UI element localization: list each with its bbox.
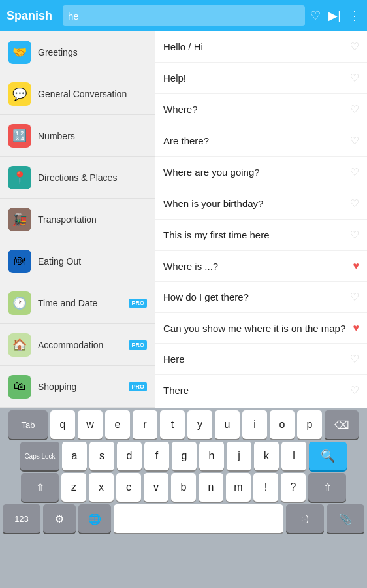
key-g[interactable]: g xyxy=(172,442,197,470)
settings-key[interactable]: ⚙ xyxy=(43,504,76,533)
phrase-text: Can you show me where it is on the map? xyxy=(163,323,348,334)
phrase-item[interactable]: Where are you going?♡ xyxy=(155,157,367,188)
key-t[interactable]: t xyxy=(160,410,185,439)
heart-icon[interactable]: ♡ xyxy=(350,353,359,365)
favorite-icon[interactable]: ♡ xyxy=(310,8,321,23)
heart-icon[interactable]: ♥ xyxy=(353,322,360,334)
phrase-text: Where is ...? xyxy=(163,261,348,272)
pro-badge: PRO xyxy=(129,382,147,391)
phrase-list: Hello / Hi♡Help!♡Where?♡Are there?♡Where… xyxy=(155,31,367,408)
key-q[interactable]: q xyxy=(50,410,75,439)
keyboard: Tab q w e r t y u i o p ⌫ Caps Lock a s … xyxy=(0,408,367,588)
sidebar-item-general-conversation[interactable]: 💬General Conversation xyxy=(0,73,155,115)
search-bar[interactable]: he xyxy=(63,5,305,26)
phrase-text: When is your birthday? xyxy=(163,198,345,209)
phrase-text: Are there? xyxy=(163,135,345,146)
key-o[interactable]: o xyxy=(270,410,295,439)
heart-icon[interactable]: ♡ xyxy=(350,291,359,303)
phrase-item[interactable]: Are there?♡ xyxy=(155,125,367,157)
sidebar-item-transportation[interactable]: 🚂Transportation xyxy=(0,199,155,240)
sidebar-item-greetings[interactable]: 🤝Greetings xyxy=(0,31,155,73)
key-d[interactable]: d xyxy=(117,442,142,470)
search-value: he xyxy=(68,10,79,22)
phrase-item[interactable]: Where?♡ xyxy=(155,94,367,125)
accommodation-icon: 🏠 xyxy=(8,333,31,357)
key-f[interactable]: f xyxy=(144,442,169,470)
key-s[interactable]: s xyxy=(89,442,114,470)
search-key[interactable]: 🔍 xyxy=(309,442,347,470)
key-x[interactable]: x xyxy=(89,473,114,502)
key-h[interactable]: h xyxy=(199,442,224,470)
sidebar-item-accommodation[interactable]: 🏠AccommodationPRO xyxy=(0,324,155,366)
key-e[interactable]: e xyxy=(105,410,130,439)
phrase-item[interactable]: How do I get there?♡ xyxy=(155,282,367,313)
key-c[interactable]: c xyxy=(116,473,141,502)
key-n[interactable]: n xyxy=(199,473,223,502)
main-content: 🤝Greetings💬General Conversation🔢Numbers📍… xyxy=(0,31,367,408)
emoji-key[interactable]: :-) xyxy=(286,504,324,533)
tab-key[interactable]: Tab xyxy=(8,410,48,439)
keyboard-row-1: Tab q w e r t y u i o p ⌫ xyxy=(3,410,364,439)
language-key[interactable]: 🌐 xyxy=(78,504,111,533)
key-j[interactable]: j xyxy=(227,442,251,470)
phrase-item[interactable]: There♡ xyxy=(155,375,367,406)
sidebar-item-time-and-date[interactable]: 🕐Time and DatePRO xyxy=(0,282,155,324)
heart-icon[interactable]: ♡ xyxy=(350,72,359,84)
key-exclaim[interactable]: ! xyxy=(253,473,278,502)
key-i[interactable]: i xyxy=(242,410,267,439)
key-question[interactable]: ? xyxy=(281,473,306,502)
phrase-text: How do I get there? xyxy=(163,291,345,302)
heart-icon[interactable]: ♡ xyxy=(350,384,359,397)
heart-icon[interactable]: ♡ xyxy=(350,41,359,53)
numbers-key[interactable]: 123 xyxy=(3,504,40,533)
play-icon[interactable]: ▶| xyxy=(328,8,341,23)
phrase-item[interactable]: This is my first time here♡ xyxy=(155,220,367,251)
sidebar-label-eating-out: Eating Out xyxy=(38,256,81,267)
caps-lock-key[interactable]: Caps Lock xyxy=(20,442,59,470)
pro-badge: PRO xyxy=(129,299,147,308)
key-y[interactable]: y xyxy=(187,410,212,439)
heart-icon[interactable]: ♡ xyxy=(350,229,359,241)
heart-icon[interactable]: ♡ xyxy=(350,197,359,210)
phrase-item[interactable]: When is your birthday?♡ xyxy=(155,188,367,220)
heart-icon[interactable]: ♡ xyxy=(350,166,359,178)
key-l[interactable]: l xyxy=(281,442,306,470)
greetings-icon: 🤝 xyxy=(8,41,31,64)
sidebar-item-eating-out[interactable]: 🍽Eating Out xyxy=(0,240,155,282)
key-b[interactable]: b xyxy=(171,473,196,502)
phrase-item[interactable]: Help!♡ xyxy=(155,63,367,94)
key-z[interactable]: z xyxy=(61,473,86,502)
heart-icon[interactable]: ♡ xyxy=(350,103,359,116)
shift-left-key[interactable]: ⇧ xyxy=(21,473,59,502)
heart-icon[interactable]: ♡ xyxy=(350,135,359,147)
key-u[interactable]: u xyxy=(215,410,240,439)
keyboard-row-4: 123 ⚙ 🌐 :-) 📎 xyxy=(3,504,364,533)
transportation-icon: 🚂 xyxy=(8,208,31,231)
key-k[interactable]: k xyxy=(254,442,279,470)
numbers-icon: 🔢 xyxy=(8,124,31,148)
sidebar-item-shopping[interactable]: 🛍ShoppingPRO xyxy=(0,366,155,408)
key-w[interactable]: w xyxy=(78,410,103,439)
phrase-item[interactable]: Here♡ xyxy=(155,344,367,375)
sidebar-item-directions-places[interactable]: 📍Directions & Places xyxy=(0,157,155,199)
key-p[interactable]: p xyxy=(297,410,322,439)
phrase-item[interactable]: Hello / Hi♡ xyxy=(155,31,367,63)
shift-right-key[interactable]: ⇧ xyxy=(308,473,346,502)
space-key[interactable] xyxy=(114,504,283,533)
key-m[interactable]: m xyxy=(226,473,251,502)
delete-key[interactable]: ⌫ xyxy=(325,410,359,439)
shopping-icon: 🛍 xyxy=(8,375,31,399)
phrase-text: Here xyxy=(163,353,345,365)
heart-icon[interactable]: ♥ xyxy=(353,260,360,272)
key-r[interactable]: r xyxy=(133,410,157,439)
phrase-item[interactable]: Can you show me where it is on the map?♥ xyxy=(155,313,367,344)
phrase-text: This is my first time here xyxy=(163,229,345,240)
phrase-item[interactable]: Where is ...?♥ xyxy=(155,251,367,282)
key-v[interactable]: v xyxy=(144,473,168,502)
sidebar-item-numbers[interactable]: 🔢Numbers xyxy=(0,115,155,157)
key-a[interactable]: a xyxy=(62,442,87,470)
attach-key[interactable]: 📎 xyxy=(327,504,364,533)
more-icon[interactable]: ⋮ xyxy=(349,8,360,23)
sidebar-label-numbers: Numbers xyxy=(38,131,75,141)
keyboard-row-2: Caps Lock a s d f g h j k l 🔍 xyxy=(3,442,364,470)
